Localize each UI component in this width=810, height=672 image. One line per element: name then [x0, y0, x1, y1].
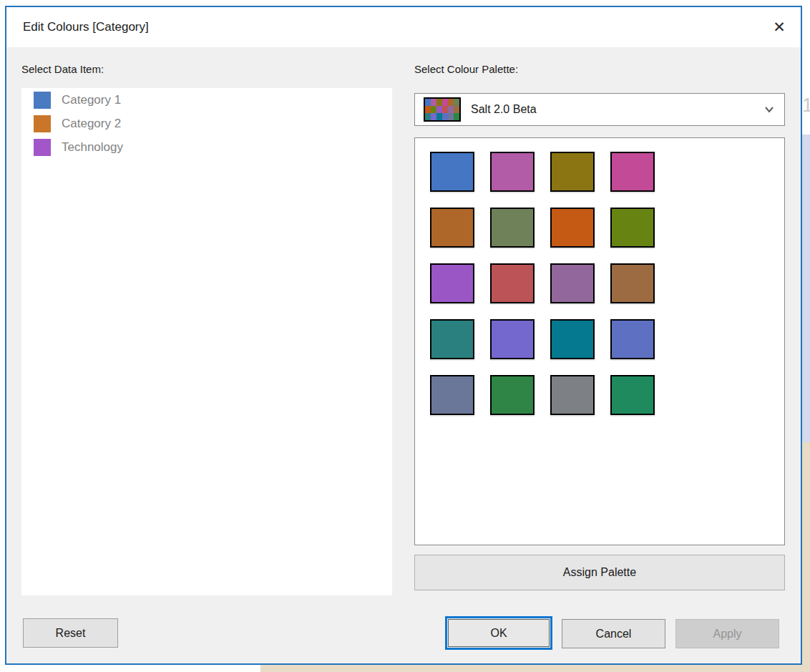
data-item-listbox: Category 1 Category 2 Technology: [21, 88, 392, 595]
palette-swatch[interactable]: [550, 152, 595, 192]
select-colour-palette-label: Select Colour Palette:: [414, 63, 518, 75]
data-item-color-chip: [34, 92, 51, 109]
ok-button[interactable]: OK: [448, 619, 550, 647]
palette-swatch[interactable]: [430, 152, 474, 192]
palette-swatch[interactable]: [550, 208, 595, 248]
dropdown-selected-value: Salt 2.0 Beta: [471, 103, 763, 116]
data-item-row[interactable]: Technology: [21, 135, 392, 159]
colour-palette-dropdown[interactable]: Salt 2.0 Beta: [414, 93, 785, 126]
palette-swatch[interactable]: [430, 263, 474, 303]
chevron-down-icon: [763, 103, 776, 116]
close-icon[interactable]: ✕: [763, 13, 795, 42]
dialog-titlebar: Edit Colours [Category] ✕: [6, 7, 801, 47]
palette-swatch-panel: [414, 137, 785, 545]
ok-button-focus-ring: OK: [445, 616, 552, 650]
dialog-title: Edit Colours [Category]: [23, 20, 149, 34]
select-data-item-label: Select Data Item:: [21, 63, 104, 75]
palette-swatch[interactable]: [490, 208, 535, 248]
edit-colours-dialog: Edit Colours [Category] ✕ Select Data It…: [5, 6, 802, 665]
background-tan-area-bottom: [260, 665, 810, 672]
palette-swatch-grid: [430, 152, 655, 415]
apply-button: Apply: [675, 619, 779, 648]
palette-swatch[interactable]: [610, 263, 655, 303]
palette-thumbnail-icon: [424, 97, 461, 122]
background-partial-text: 1: [802, 94, 810, 119]
data-item-label: Category 2: [62, 117, 121, 131]
reset-button[interactable]: Reset: [23, 618, 118, 648]
background-chart-area: [802, 135, 810, 447]
palette-swatch[interactable]: [490, 319, 535, 359]
assign-palette-button[interactable]: Assign Palette: [414, 555, 785, 590]
palette-swatch[interactable]: [490, 152, 535, 192]
palette-swatch[interactable]: [610, 319, 655, 359]
background-tan-area-right: [802, 442, 810, 672]
data-item-label: Category 1: [62, 93, 121, 107]
palette-swatch[interactable]: [610, 208, 655, 248]
palette-swatch[interactable]: [430, 319, 474, 359]
palette-swatch[interactable]: [550, 319, 595, 359]
cancel-button[interactable]: Cancel: [562, 619, 665, 648]
data-item-color-chip: [34, 139, 51, 156]
palette-swatch[interactable]: [550, 263, 595, 303]
palette-swatch[interactable]: [610, 152, 655, 192]
palette-swatch[interactable]: [550, 375, 595, 415]
palette-swatch[interactable]: [490, 263, 535, 303]
palette-swatch[interactable]: [490, 375, 535, 415]
palette-swatch[interactable]: [430, 208, 474, 248]
data-item-color-chip: [34, 115, 51, 132]
palette-swatch[interactable]: [610, 375, 655, 415]
data-item-row[interactable]: Category 2: [21, 112, 392, 135]
data-item-label: Technology: [62, 140, 123, 155]
data-item-row[interactable]: Category 1: [21, 88, 392, 112]
palette-swatch[interactable]: [430, 375, 474, 415]
